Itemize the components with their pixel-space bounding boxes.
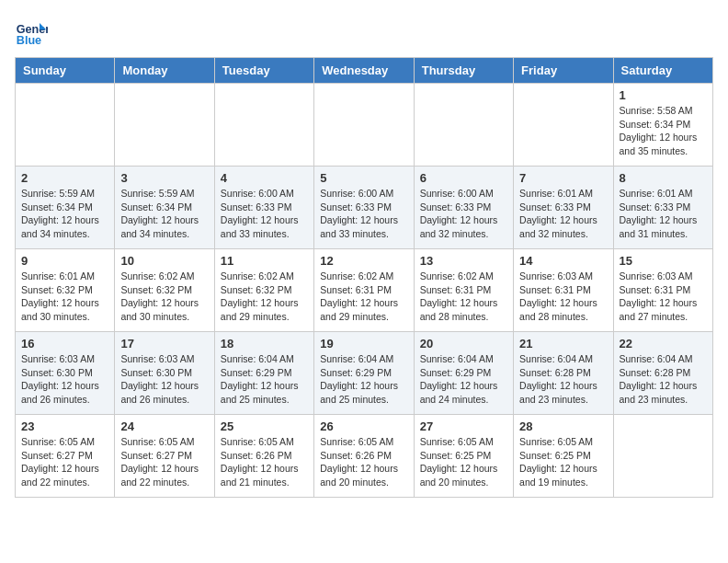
day-info: Sunrise: 6:02 AM Sunset: 6:31 PM Dayligh…	[420, 270, 507, 324]
day-number: 16	[21, 337, 108, 350]
day-info: Sunrise: 6:02 AM Sunset: 6:32 PM Dayligh…	[221, 270, 308, 324]
day-info: Sunrise: 5:58 AM Sunset: 6:34 PM Dayligh…	[620, 104, 707, 158]
calendar-cell: 10Sunrise: 6:02 AM Sunset: 6:32 PM Dayli…	[115, 249, 214, 332]
day-number: 17	[120, 337, 208, 350]
calendar-cell: 15Sunrise: 6:03 AM Sunset: 6:31 PM Dayli…	[613, 249, 712, 332]
day-number: 23	[21, 419, 108, 433]
day-number: 24	[120, 419, 208, 433]
weekday-header: Thursday	[414, 58, 513, 84]
calendar-cell: 21Sunrise: 6:04 AM Sunset: 6:28 PM Dayli…	[514, 332, 613, 415]
svg-text:Blue: Blue	[17, 34, 41, 47]
weekday-header: Wednesday	[314, 58, 414, 84]
calendar-cell: 2Sunrise: 5:59 AM Sunset: 6:34 PM Daylig…	[16, 167, 115, 249]
day-info: Sunrise: 6:04 AM Sunset: 6:29 PM Dayligh…	[320, 352, 407, 407]
day-info: Sunrise: 6:00 AM Sunset: 6:33 PM Dayligh…	[221, 187, 308, 241]
calendar-cell	[514, 84, 613, 167]
day-number: 4	[221, 171, 308, 185]
day-info: Sunrise: 6:05 AM Sunset: 6:27 PM Dayligh…	[21, 435, 108, 489]
logo-icon: General Blue	[15, 15, 48, 48]
calendar-cell	[613, 415, 712, 498]
day-info: Sunrise: 6:05 AM Sunset: 6:26 PM Dayligh…	[221, 435, 308, 489]
calendar-week-row: 16Sunrise: 6:03 AM Sunset: 6:30 PM Dayli…	[16, 332, 713, 415]
calendar-cell: 12Sunrise: 6:02 AM Sunset: 6:31 PM Dayli…	[314, 249, 414, 332]
logo: General Blue	[15, 15, 51, 48]
calendar-cell: 14Sunrise: 6:03 AM Sunset: 6:31 PM Dayli…	[514, 249, 613, 332]
day-info: Sunrise: 6:01 AM Sunset: 6:33 PM Dayligh…	[519, 187, 607, 241]
day-number: 22	[620, 337, 707, 350]
day-number: 27	[420, 419, 507, 433]
calendar-cell: 19Sunrise: 6:04 AM Sunset: 6:29 PM Dayli…	[314, 332, 414, 415]
day-number: 28	[519, 419, 607, 433]
calendar-cell: 6Sunrise: 6:00 AM Sunset: 6:33 PM Daylig…	[414, 167, 513, 249]
day-number: 25	[221, 419, 308, 433]
day-info: Sunrise: 6:04 AM Sunset: 6:29 PM Dayligh…	[221, 352, 308, 407]
calendar-cell: 5Sunrise: 6:00 AM Sunset: 6:33 PM Daylig…	[314, 167, 414, 249]
calendar-cell	[214, 84, 313, 167]
day-info: Sunrise: 6:03 AM Sunset: 6:30 PM Dayligh…	[21, 352, 108, 407]
day-number: 9	[21, 254, 108, 268]
calendar-cell	[115, 84, 214, 167]
calendar-cell	[16, 84, 115, 167]
day-number: 11	[221, 254, 308, 268]
calendar-cell: 22Sunrise: 6:04 AM Sunset: 6:28 PM Dayli…	[613, 332, 712, 415]
calendar-cell: 18Sunrise: 6:04 AM Sunset: 6:29 PM Dayli…	[214, 332, 313, 415]
calendar-cell: 16Sunrise: 6:03 AM Sunset: 6:30 PM Dayli…	[16, 332, 115, 415]
calendar-cell: 4Sunrise: 6:00 AM Sunset: 6:33 PM Daylig…	[214, 167, 313, 249]
calendar-cell: 8Sunrise: 6:01 AM Sunset: 6:33 PM Daylig…	[613, 167, 712, 249]
day-number: 10	[120, 254, 208, 268]
day-info: Sunrise: 6:04 AM Sunset: 6:29 PM Dayligh…	[420, 352, 507, 407]
day-number: 19	[320, 337, 407, 350]
day-number: 18	[221, 337, 308, 350]
weekday-header: Saturday	[613, 58, 712, 84]
day-info: Sunrise: 6:05 AM Sunset: 6:25 PM Dayligh…	[420, 435, 507, 489]
calendar-cell: 27Sunrise: 6:05 AM Sunset: 6:25 PM Dayli…	[414, 415, 513, 498]
weekday-header: Friday	[514, 58, 613, 84]
calendar-week-row: 2Sunrise: 5:59 AM Sunset: 6:34 PM Daylig…	[16, 167, 713, 249]
page-header: General Blue	[15, 15, 713, 48]
calendar-cell: 1Sunrise: 5:58 AM Sunset: 6:34 PM Daylig…	[613, 84, 712, 167]
day-number: 6	[420, 171, 507, 185]
weekday-header-row: SundayMondayTuesdayWednesdayThursdayFrid…	[16, 58, 713, 84]
weekday-header: Sunday	[16, 58, 115, 84]
day-number: 12	[320, 254, 407, 268]
day-number: 13	[420, 254, 507, 268]
day-info: Sunrise: 6:03 AM Sunset: 6:31 PM Dayligh…	[519, 270, 607, 324]
weekday-header: Monday	[115, 58, 214, 84]
calendar-cell	[314, 84, 414, 167]
calendar-cell: 23Sunrise: 6:05 AM Sunset: 6:27 PM Dayli…	[16, 415, 115, 498]
day-number: 5	[320, 171, 407, 185]
day-info: Sunrise: 5:59 AM Sunset: 6:34 PM Dayligh…	[21, 187, 108, 241]
day-info: Sunrise: 6:04 AM Sunset: 6:28 PM Dayligh…	[519, 352, 607, 407]
day-number: 3	[120, 171, 208, 185]
day-number: 21	[519, 337, 607, 350]
day-number: 15	[620, 254, 707, 268]
day-info: Sunrise: 6:02 AM Sunset: 6:32 PM Dayligh…	[120, 270, 208, 324]
calendar-cell: 28Sunrise: 6:05 AM Sunset: 6:25 PM Dayli…	[514, 415, 613, 498]
day-number: 14	[519, 254, 607, 268]
calendar-week-row: 23Sunrise: 6:05 AM Sunset: 6:27 PM Dayli…	[16, 415, 713, 498]
day-info: Sunrise: 6:05 AM Sunset: 6:27 PM Dayligh…	[120, 435, 208, 489]
calendar-table: SundayMondayTuesdayWednesdayThursdayFrid…	[15, 57, 713, 498]
day-info: Sunrise: 6:02 AM Sunset: 6:31 PM Dayligh…	[320, 270, 407, 324]
weekday-header: Tuesday	[214, 58, 313, 84]
calendar-cell: 9Sunrise: 6:01 AM Sunset: 6:32 PM Daylig…	[16, 249, 115, 332]
calendar-week-row: 1Sunrise: 5:58 AM Sunset: 6:34 PM Daylig…	[16, 84, 713, 167]
day-number: 1	[620, 88, 707, 102]
day-info: Sunrise: 6:00 AM Sunset: 6:33 PM Dayligh…	[420, 187, 507, 241]
day-number: 20	[420, 337, 507, 350]
calendar-cell: 20Sunrise: 6:04 AM Sunset: 6:29 PM Dayli…	[414, 332, 513, 415]
calendar-cell	[414, 84, 513, 167]
day-info: Sunrise: 6:04 AM Sunset: 6:28 PM Dayligh…	[620, 352, 707, 407]
day-number: 7	[519, 171, 607, 185]
day-number: 2	[21, 171, 108, 185]
day-number: 8	[620, 171, 707, 185]
day-info: Sunrise: 6:05 AM Sunset: 6:26 PM Dayligh…	[320, 435, 407, 489]
day-number: 26	[320, 419, 407, 433]
calendar-week-row: 9Sunrise: 6:01 AM Sunset: 6:32 PM Daylig…	[16, 249, 713, 332]
calendar-cell: 13Sunrise: 6:02 AM Sunset: 6:31 PM Dayli…	[414, 249, 513, 332]
calendar-cell: 25Sunrise: 6:05 AM Sunset: 6:26 PM Dayli…	[214, 415, 313, 498]
calendar-cell: 7Sunrise: 6:01 AM Sunset: 6:33 PM Daylig…	[514, 167, 613, 249]
calendar-cell: 17Sunrise: 6:03 AM Sunset: 6:30 PM Dayli…	[115, 332, 214, 415]
calendar-cell: 11Sunrise: 6:02 AM Sunset: 6:32 PM Dayli…	[214, 249, 313, 332]
day-info: Sunrise: 5:59 AM Sunset: 6:34 PM Dayligh…	[120, 187, 208, 241]
